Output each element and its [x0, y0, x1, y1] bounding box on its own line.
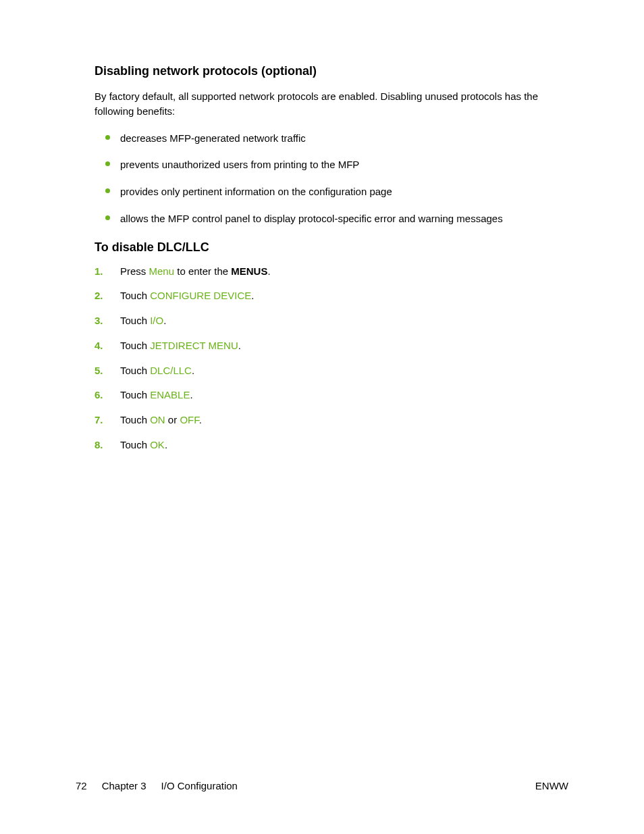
- step-number: 3.: [95, 313, 103, 328]
- step-text: Press: [120, 265, 149, 277]
- ui-term: OFF: [180, 414, 198, 425]
- ui-term: OK: [150, 439, 165, 450]
- step-item: 2. Touch CONFIGURE DEVICE.: [95, 288, 568, 303]
- list-item: allows the MFP control panel to display …: [107, 211, 568, 226]
- step-item: 6. Touch ENABLE.: [95, 388, 568, 402]
- step-number: 8.: [95, 438, 103, 452]
- step-text: .: [251, 290, 254, 301]
- step-item: 1. Press Menu to enter the MENUS.: [95, 264, 568, 279]
- steps-list: 1. Press Menu to enter the MENUS. 2. Tou…: [95, 264, 568, 452]
- step-text: .: [192, 365, 194, 376]
- page-number: 72: [76, 779, 87, 793]
- step-text: Touch: [120, 389, 150, 400]
- ui-term: JETDIRECT MENU: [150, 340, 238, 351]
- step-item: 8. Touch OK.: [95, 438, 568, 452]
- chapter-label: Chapter 3: [102, 779, 146, 793]
- page-footer: 72 Chapter 3 I/O Configuration ENWW: [76, 779, 568, 793]
- footer-left: 72 Chapter 3 I/O Configuration: [76, 779, 238, 793]
- step-text: Touch: [120, 365, 150, 376]
- step-text: .: [165, 439, 167, 450]
- step-number: 4.: [95, 338, 103, 353]
- step-text: or: [165, 414, 180, 425]
- footer-right: ENWW: [535, 779, 568, 793]
- list-item: provides only pertinent information on t…: [107, 184, 568, 199]
- list-item: decreases MFP-generated network traffic: [107, 131, 568, 146]
- list-item: prevents unauthorized users from printin…: [107, 157, 568, 172]
- step-text: .: [199, 414, 202, 425]
- ui-term: ON: [150, 414, 165, 425]
- step-number: 7.: [95, 413, 103, 427]
- step-number: 6.: [95, 388, 103, 402]
- benefits-list: decreases MFP-generated network traffic …: [107, 131, 568, 226]
- subsection-heading: To disable DLC/LLC: [95, 238, 568, 256]
- step-number: 1.: [95, 264, 103, 279]
- step-text: .: [190, 389, 192, 400]
- ui-term-bold: MENUS: [231, 265, 267, 277]
- step-item: 5. Touch DLC/LLC.: [95, 363, 568, 378]
- step-text: Touch: [120, 290, 150, 301]
- ui-term: I/O: [150, 315, 163, 326]
- step-item: 4. Touch JETDIRECT MENU.: [95, 338, 568, 353]
- step-text: Touch: [120, 414, 150, 425]
- step-item: 7. Touch ON or OFF.: [95, 413, 568, 427]
- step-text: Touch: [120, 439, 150, 450]
- ui-term: ENABLE: [150, 389, 190, 400]
- step-text: Touch: [120, 315, 150, 326]
- ui-term: Menu: [149, 265, 175, 277]
- ui-term: DLC/LLC: [150, 365, 192, 376]
- chapter-title: I/O Configuration: [161, 779, 238, 793]
- step-number: 2.: [95, 288, 103, 303]
- step-number: 5.: [95, 363, 103, 378]
- ui-term: CONFIGURE DEVICE: [150, 290, 251, 301]
- step-text: .: [238, 340, 241, 351]
- step-text: .: [163, 315, 166, 326]
- step-text: Touch: [120, 340, 150, 351]
- intro-paragraph: By factory default, all supported networ…: [95, 89, 568, 119]
- step-text: to enter the: [174, 265, 231, 277]
- step-text: .: [267, 265, 270, 277]
- step-item: 3. Touch I/O.: [95, 313, 568, 328]
- section-heading: Disabling network protocols (optional): [95, 62, 568, 80]
